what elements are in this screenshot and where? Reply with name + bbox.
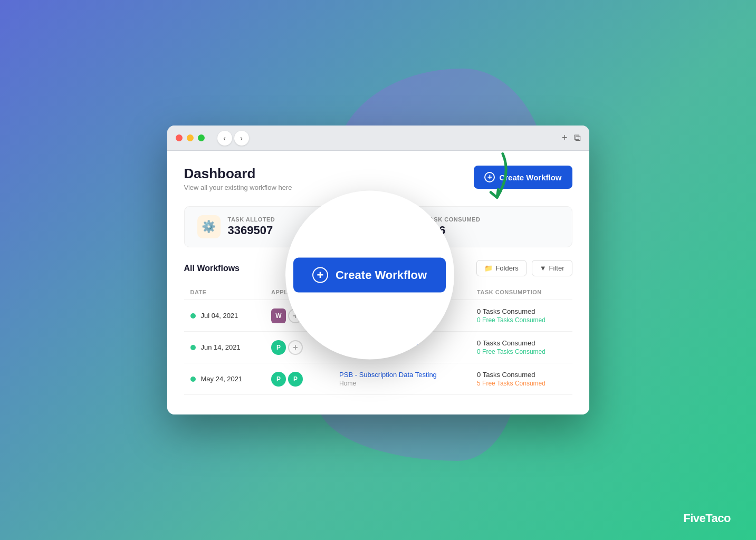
app-icon-pipedrive: P — [271, 340, 286, 355]
status-dot — [190, 313, 196, 319]
tasks-consumed: 0 Tasks Consumed — [477, 307, 566, 315]
tasks-consumed: 0 Tasks Consumed — [477, 339, 566, 347]
magnify-create-workflow-button[interactable]: + Create Workflow — [293, 258, 446, 293]
cell-tasks: 0 Tasks Consumed 5 Free Tasks Consumed — [471, 363, 572, 395]
workflows-section-title: All Workflows — [184, 264, 240, 273]
workflow-folder: Home — [339, 380, 464, 387]
stat-icon-alloted: ⚙️ — [197, 215, 221, 238]
status-dot — [190, 345, 196, 350]
status-dot — [190, 377, 196, 382]
annotation-arrow — [460, 147, 523, 218]
col-task-consumption: TASK CONSUMPTION — [471, 285, 572, 300]
copy-icon[interactable]: ⧉ — [574, 132, 581, 143]
cell-tasks: 0 Tasks Consumed 0 Free Tasks Consumed — [471, 300, 572, 332]
nav-arrows: ‹ › — [217, 131, 249, 146]
date-text: May 24, 2021 — [201, 375, 243, 383]
brand-logo: FiveTaco — [683, 512, 731, 525]
magnify-btn-label: Create Workflow — [336, 268, 427, 282]
add-app-icon[interactable]: + — [288, 340, 303, 355]
maximize-button[interactable] — [198, 134, 205, 141]
forward-button[interactable]: › — [234, 131, 249, 146]
app-icon-pipedrive: P — [271, 372, 286, 387]
stat-label-alloted: TASK ALLOTED — [228, 216, 275, 223]
magnify-overlay: + Create Workflow — [285, 191, 454, 360]
title-bar: ‹ › + ⧉ — [167, 126, 589, 151]
cell-date: Jun 14, 2021 — [184, 332, 265, 363]
col-date: DATE — [184, 285, 265, 300]
cell-name: PSB - Subscription Data Testing Home — [333, 363, 471, 395]
title-bar-actions: + ⧉ — [562, 132, 581, 143]
app-icon-pipedrive: P — [288, 372, 303, 387]
filter-icon: ▼ — [540, 264, 547, 272]
stat-value-alloted: 3369507 — [228, 224, 275, 237]
filter-button[interactable]: ▼ Filter — [532, 260, 572, 276]
stat-info-alloted: TASK ALLOTED 3369507 — [228, 216, 275, 237]
date-text: Jul 04, 2021 — [201, 312, 238, 320]
workflow-name[interactable]: PSB - Subscription Data Testing — [339, 371, 464, 379]
page-title: Dashboard — [184, 166, 292, 182]
cell-date: May 24, 2021 — [184, 363, 265, 395]
traffic-lights — [176, 134, 205, 141]
magnify-plus-icon: + — [312, 267, 328, 283]
table-row: May 24, 2021 PP PSB - Subscription Data … — [184, 363, 572, 395]
add-tab-icon[interactable]: + — [562, 132, 568, 143]
folders-label: Folders — [495, 264, 518, 272]
free-tasks: 0 Free Tasks Consumed — [477, 316, 566, 324]
cell-apps: PP — [265, 363, 333, 395]
page-subtitle: View all your existing workflow here — [184, 184, 292, 191]
minimize-button[interactable] — [187, 134, 194, 141]
date-text: Jun 14, 2021 — [201, 343, 241, 351]
page-title-area: Dashboard View all your existing workflo… — [184, 166, 292, 191]
free-tasks: 5 Free Tasks Consumed — [477, 380, 566, 387]
back-button[interactable]: ‹ — [217, 131, 232, 146]
cell-date: Jul 04, 2021 — [184, 300, 265, 332]
cell-tasks: 0 Tasks Consumed 0 Free Tasks Consumed — [471, 332, 572, 363]
filter-label: Filter — [549, 264, 564, 272]
folders-button[interactable]: 📁 Folders — [476, 260, 526, 276]
close-button[interactable] — [176, 134, 183, 141]
mac-window: ‹ › + ⧉ Dashboard View all your existing… — [167, 126, 589, 414]
app-icon-woo: W — [271, 308, 286, 323]
folder-icon: 📁 — [484, 264, 493, 272]
tasks-consumed: 0 Tasks Consumed — [477, 371, 566, 379]
workflows-actions: 📁 Folders ▼ Filter — [476, 260, 572, 276]
free-tasks: 0 Free Tasks Consumed — [477, 348, 566, 355]
